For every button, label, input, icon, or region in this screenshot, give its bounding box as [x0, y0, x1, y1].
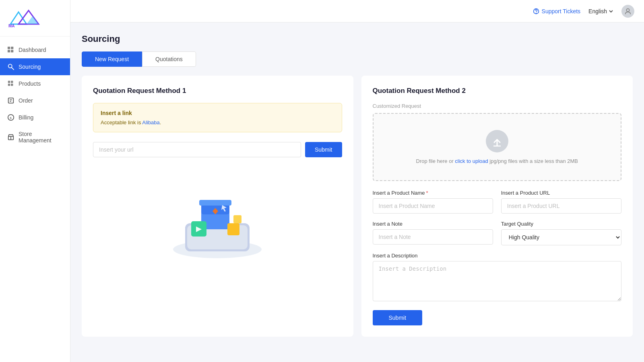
sidebar: MA Dashboard Sourcing: [0, 0, 70, 362]
tab-quotations[interactable]: Quotations: [142, 51, 196, 67]
billing-icon: $: [7, 114, 14, 121]
upload-prefix: Drop file here or: [416, 158, 455, 164]
main-area: Support Tickets English Sourcing New Req…: [70, 0, 644, 362]
page-title: Sourcing: [82, 34, 633, 44]
svg-text:MA: MA: [8, 24, 15, 27]
sidebar-item-dashboard-label: Dashboard: [19, 47, 46, 53]
product-url-label: Insert a Product URL: [501, 190, 621, 196]
note-quality-row: Insert a Note Target Quality High Qualit…: [373, 221, 622, 245]
sidebar-item-store-management[interactable]: Store Management: [0, 126, 70, 148]
method1-submit-button[interactable]: Submit: [305, 142, 342, 157]
svg-marker-2: [27, 16, 39, 24]
customized-label: Customized Request: [373, 103, 622, 109]
sidebar-item-dashboard[interactable]: Dashboard: [0, 41, 70, 58]
insert-link-desc: Acceptable link is Alibaba.: [101, 119, 334, 125]
url-input-row: Submit: [93, 142, 342, 157]
sidebar-item-billing-label: Billing: [19, 114, 33, 121]
insert-link-title: Insert a link: [101, 110, 334, 116]
svg-point-23: [626, 8, 629, 11]
url-input[interactable]: [93, 142, 301, 157]
svg-rect-11: [11, 81, 13, 83]
support-tickets-link[interactable]: Support Tickets: [533, 8, 581, 14]
dashboard-icon: [7, 46, 14, 53]
quality-label: Target Quality: [501, 221, 621, 227]
svg-point-22: [536, 13, 536, 13]
method2-card: Quotation Request Method 2 Customized Re…: [361, 76, 633, 337]
sidebar-item-sourcing-label: Sourcing: [19, 64, 41, 70]
user-avatar[interactable]: [621, 5, 634, 18]
page-content: Sourcing New Request Quotations Quotatio…: [70, 23, 644, 362]
sidebar-item-products[interactable]: Products: [0, 75, 70, 92]
sourcing-icon: [7, 63, 14, 70]
svg-text:$: $: [10, 116, 12, 120]
methods-container: Quotation Request Method 1 Insert a link…: [82, 76, 633, 337]
logo[interactable]: MA: [0, 0, 70, 37]
svg-rect-5: [11, 47, 13, 49]
alibaba-link[interactable]: Alibaba: [142, 119, 159, 125]
svg-rect-33: [227, 223, 239, 235]
info-suffix: .: [160, 119, 161, 125]
svg-line-9: [12, 68, 14, 70]
upload-dropzone[interactable]: Drop file here or click to upload jpg/pn…: [373, 113, 622, 181]
support-icon: [533, 8, 539, 14]
sidebar-item-sourcing[interactable]: Sourcing: [0, 58, 70, 75]
sidebar-item-order[interactable]: Order: [0, 92, 70, 109]
svg-rect-34: [233, 215, 242, 223]
method2-title: Quotation Request Method 2: [373, 87, 622, 95]
page-tabs: New Request Quotations: [82, 51, 196, 67]
user-icon: [624, 8, 632, 15]
svg-rect-7: [11, 50, 13, 52]
method1-illustration: [93, 167, 342, 272]
sidebar-item-order-label: Order: [19, 97, 33, 104]
product-illustration: [161, 175, 274, 263]
svg-rect-4: [8, 47, 10, 49]
sidebar-navigation: Dashboard Sourcing Products: [0, 37, 70, 153]
product-name-url-row: Insert a Product Name* Insert a Product …: [373, 190, 622, 214]
store-icon: [7, 134, 14, 141]
description-label: Insert a Description: [373, 253, 622, 259]
note-group: Insert a Note: [373, 221, 493, 245]
required-asterisk: *: [426, 190, 428, 196]
product-name-group: Insert a Product Name*: [373, 190, 493, 214]
upload-icon: [486, 130, 508, 152]
note-label: Insert a Note: [373, 221, 493, 227]
language-label: English: [588, 8, 607, 14]
insert-link-info-box: Insert a link Acceptable link is Alibaba…: [93, 103, 342, 132]
svg-rect-6: [8, 50, 10, 52]
method2-submit-button[interactable]: Submit: [373, 310, 423, 325]
svg-rect-10: [8, 81, 10, 83]
svg-rect-29: [199, 200, 231, 206]
product-url-group: Insert a Product URL: [501, 190, 621, 214]
svg-rect-14: [8, 98, 14, 103]
product-name-input[interactable]: [373, 198, 493, 214]
sidebar-item-billing[interactable]: $ Billing: [0, 109, 70, 126]
svg-rect-13: [11, 84, 13, 86]
sidebar-item-products-label: Products: [19, 80, 41, 87]
topbar: Support Tickets English: [70, 0, 644, 23]
quality-select[interactable]: High Quality Medium Quality Low Quality: [501, 229, 621, 245]
products-icon: [7, 80, 14, 87]
sidebar-item-store-label: Store Management: [19, 131, 63, 144]
upload-suffix: jpg/png files with a size less than 2MB: [488, 158, 578, 164]
svg-marker-0: [10, 12, 27, 24]
acceptable-text: Acceptable link is: [101, 119, 142, 125]
order-icon: [7, 97, 14, 104]
upload-text: Drop file here or click to upload jpg/pn…: [416, 158, 578, 164]
note-input[interactable]: [373, 229, 493, 245]
product-url-input[interactable]: [501, 198, 621, 214]
chevron-down-icon: [609, 9, 613, 14]
quality-group: Target Quality High Quality Medium Quali…: [501, 221, 621, 245]
description-group: Insert a Description: [373, 253, 622, 301]
description-textarea[interactable]: [373, 261, 622, 301]
method1-title: Quotation Request Method 1: [93, 87, 342, 95]
product-name-label: Insert a Product Name*: [373, 190, 493, 196]
tab-new-request[interactable]: New Request: [82, 51, 142, 67]
upload-link[interactable]: click to upload: [455, 158, 488, 164]
svg-rect-12: [8, 84, 10, 86]
method1-card: Quotation Request Method 1 Insert a link…: [82, 76, 353, 337]
support-label: Support Tickets: [542, 8, 581, 14]
language-selector[interactable]: English: [588, 8, 613, 14]
